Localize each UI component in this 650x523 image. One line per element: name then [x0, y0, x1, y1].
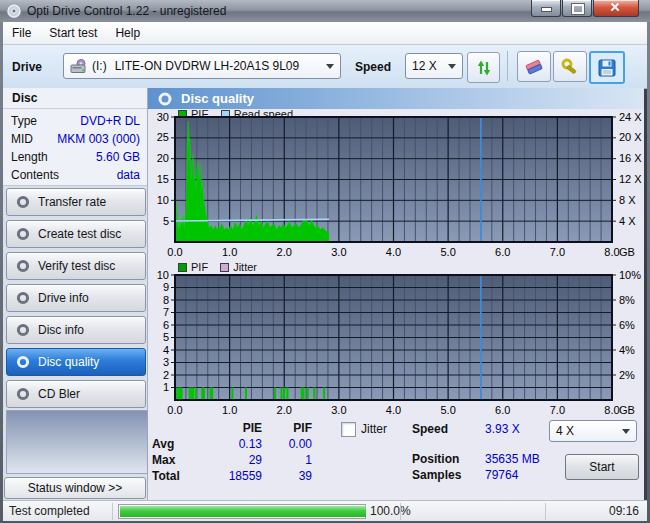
sidebar-item-disc-info[interactable]: Disc info [6, 316, 146, 344]
pif-bar [179, 388, 181, 401]
pif-chart-mount: 123456789102%4%6%8%10%0.01.02.03.04.05.0… [148, 271, 644, 423]
progress-percent: 100.0% [370, 504, 411, 518]
y-right-tick-label: 4% [619, 344, 635, 356]
sidebar-item-cd-bler[interactable]: CD Bler [6, 380, 146, 408]
y-right-tick-label: 4 X [619, 215, 636, 227]
minimize-button[interactable] [531, 0, 561, 17]
x-unit-label: GB [619, 404, 635, 416]
disc-info-group: Disc TypeDVD+R DLMIDMKM 003 (000)Length5… [3, 88, 147, 186]
sidebar-item-drive-info[interactable]: Drive info [6, 284, 146, 312]
sidebar-item-disc-quality[interactable]: Disc quality [6, 348, 146, 376]
samples-readout-label: Samples [412, 468, 485, 482]
disc-icon [16, 227, 30, 241]
main-panel: Disc quality PIERead speed 510152025304 … [148, 88, 644, 500]
stats-col-pie: PIE [198, 421, 262, 435]
chevron-down-icon [622, 429, 630, 434]
x-tick-label: 2.0 [277, 404, 292, 416]
save-button[interactable] [589, 51, 625, 84]
erase-disc-button[interactable] [517, 51, 551, 82]
menu-item-file[interactable]: File [3, 23, 40, 44]
x-tick-label: 0.0 [167, 404, 182, 416]
x-tick-label: 2.0 [277, 246, 292, 258]
x-tick-label: 5.0 [440, 246, 455, 258]
status-window-button[interactable]: Status window >> [4, 477, 146, 499]
pif-bar [302, 388, 304, 401]
sidebar-item-transfer-rate[interactable]: Transfer rate [6, 188, 146, 216]
pie-chart-mount: 510152025304 X8 X12 X16 X20 X24 X0.01.02… [148, 113, 644, 265]
sidebar-item-verify-test-disc[interactable]: Verify test disc [6, 252, 146, 280]
menu-bar: FileStart testHelp [3, 22, 647, 45]
y-tick-label: 1 [163, 381, 169, 393]
drive-letter: (I:) [92, 59, 107, 73]
maximize-button[interactable] [562, 0, 592, 17]
speed-value: 12 X [412, 59, 437, 73]
refresh-button[interactable] [467, 52, 500, 83]
drive-select[interactable]: (I:) LITE-ON DVDRW LH-20A1S 9L09 [63, 53, 341, 79]
sidebar-item-create-test-disc[interactable]: Create test disc [6, 220, 146, 248]
disc-info-value: DVD+R DL [80, 112, 140, 130]
x-tick-label: 6.0 [495, 246, 510, 258]
y-right-tick-label: 2% [619, 369, 635, 381]
pif-bar [192, 388, 194, 401]
position-readout: Position 35635 MB [412, 452, 540, 466]
stats-pie-value: 18559 [198, 469, 262, 483]
y-tick-label: 30 [157, 113, 169, 123]
y-right-tick-label: 10% [619, 271, 641, 281]
pif-bar [307, 388, 309, 401]
maximize-icon [572, 4, 584, 14]
menu-item-help[interactable]: Help [106, 23, 149, 44]
speed-readout: Speed 3.93 X [412, 422, 520, 436]
statusbar-divider [545, 503, 546, 520]
disc-info-label: Length [11, 148, 48, 166]
x-tick-label: 6.0 [495, 404, 510, 416]
x-tick-label: 1.0 [222, 404, 237, 416]
x-tick-label: 8.0 [604, 404, 619, 416]
stats-row-label: Max [152, 453, 198, 467]
window-title: Opti Drive Control 1.22 - unregistered [27, 4, 226, 18]
x-tick-label: 7.0 [550, 246, 565, 258]
test-speed-select[interactable]: 4 X [549, 420, 637, 442]
disc-info-value: data [117, 166, 140, 184]
sidebar-item-label: Transfer rate [38, 195, 106, 209]
close-button[interactable] [593, 0, 639, 17]
speed-select[interactable]: 12 X [405, 53, 463, 79]
jitter-checkbox[interactable] [341, 422, 356, 437]
test-speed-value: 4 X [556, 424, 574, 438]
stats-row-avg: Avg0.130.00 [152, 436, 322, 452]
app-cd-icon [6, 3, 22, 19]
statusbar-divider [400, 503, 401, 520]
toolbar: Drive (I:) LITE-ON DVDRW LH-20A1S 9L09 S… [3, 45, 647, 89]
progress-bar [118, 504, 366, 519]
sidebar-item-label: Drive info [38, 291, 89, 305]
pif-bar [231, 388, 233, 401]
stats-pif-value: 39 [262, 469, 312, 483]
status-bar: Test completed 100.0% 09:16 [3, 500, 647, 521]
pif-bar [189, 388, 191, 401]
main-header: Disc quality [148, 88, 644, 109]
y-right-tick-label: 16 X [619, 152, 642, 164]
start-button[interactable]: Start [565, 454, 639, 480]
progress-bar-fill [120, 506, 366, 517]
sidebar-filler-panel [6, 410, 148, 474]
sidebar-item-label: Disc info [38, 323, 84, 337]
disc-info-row: MIDMKM 003 (000) [3, 130, 147, 148]
disc-icon [16, 355, 30, 369]
y-tick-label: 8 [163, 294, 169, 306]
y-tick-label: 10 [157, 194, 169, 206]
x-tick-label: 4.0 [386, 404, 401, 416]
disc-info-label: Contents [11, 166, 59, 184]
chevron-down-icon [448, 64, 456, 69]
eraser-icon [523, 57, 545, 77]
chevron-down-icon [326, 64, 334, 69]
pif-bar [195, 388, 197, 401]
status-time: 09:16 [609, 504, 639, 518]
pif-jitter-chart: 123456789102%4%6%8%10%0.01.02.03.04.05.0… [148, 271, 644, 419]
position-readout-label: Position [412, 452, 485, 466]
x-tick-label: 8.0 [604, 246, 619, 258]
y-tick-label: 3 [163, 356, 169, 368]
tools-button[interactable] [553, 51, 587, 82]
menu-item-start-test[interactable]: Start test [40, 23, 106, 44]
pif-bar [181, 388, 183, 401]
y-tick-label: 15 [157, 173, 169, 185]
samples-readout: Samples 79764 [412, 468, 518, 482]
